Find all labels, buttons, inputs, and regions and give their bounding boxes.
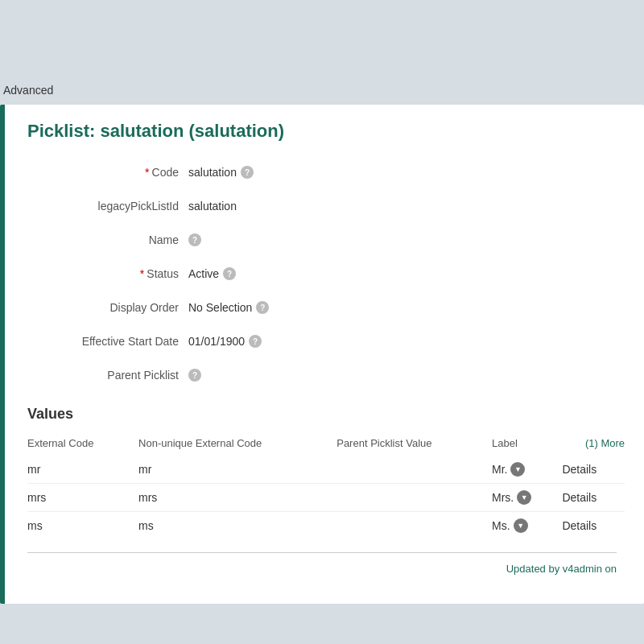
- cell-non-unique: mr: [138, 456, 336, 484]
- legacy-label: legacyPickListId: [27, 200, 188, 213]
- name-row: Name ?: [27, 229, 625, 251]
- footer-updated: Updated by v4admin on: [19, 563, 625, 575]
- cell-label: Mr. ▼: [492, 456, 562, 484]
- cell-parent-picklist-value: [336, 484, 492, 512]
- page-title: Picklist: salutation (salutation): [27, 121, 625, 142]
- parent-picklist-label: Parent Picklist: [27, 369, 188, 382]
- cell-details[interactable]: Details: [562, 512, 625, 540]
- values-title: Values: [27, 406, 625, 423]
- cell-details[interactable]: Details: [562, 484, 625, 512]
- effective-start-help-icon[interactable]: ?: [249, 335, 262, 348]
- top-bar: Advanced: [0, 0, 644, 105]
- details-link[interactable]: Details: [562, 519, 597, 532]
- label-text: Mrs.: [492, 491, 514, 504]
- table-row: ms ms Ms. ▼ Details: [27, 512, 625, 540]
- sort-icon[interactable]: ▼: [514, 518, 528, 533]
- table-row: mrs mrs Mrs. ▼ Details: [27, 484, 625, 512]
- col-non-unique: Non-unique External Code: [138, 434, 336, 456]
- col-label: Label: [492, 434, 562, 456]
- breadcrumb: Advanced: [3, 84, 53, 97]
- name-value: ?: [188, 233, 201, 246]
- effective-start-label: Effective Start Date: [27, 335, 188, 348]
- picklist-form: *Code salutation ? legacyPickListId salu…: [27, 161, 625, 386]
- parent-picklist-value: ?: [188, 369, 201, 382]
- col-parent-picklist-value: Parent Picklist Value: [336, 434, 492, 456]
- more-link[interactable]: (1) More: [562, 434, 625, 456]
- legacy-value: salutation: [188, 200, 237, 213]
- col-external-code: External Code: [27, 434, 138, 456]
- code-row: *Code salutation ?: [27, 161, 625, 184]
- values-section: Values External Code Non-unique External…: [27, 406, 625, 539]
- details-link[interactable]: Details: [562, 491, 597, 504]
- table-row: mr mr Mr. ▼ Details: [27, 456, 625, 484]
- details-link[interactable]: Details: [562, 463, 597, 476]
- cell-non-unique: mrs: [138, 484, 336, 512]
- code-help-icon[interactable]: ?: [241, 166, 254, 179]
- cell-parent-picklist-value: [336, 456, 492, 484]
- code-label: *Code: [27, 166, 188, 179]
- left-accent-bar: [0, 105, 5, 604]
- status-required: *: [140, 267, 144, 280]
- sort-icon[interactable]: ▼: [510, 462, 525, 477]
- table-header-row: External Code Non-unique External Code P…: [27, 434, 625, 456]
- display-order-value: No Selection ?: [188, 301, 269, 314]
- effective-start-value: 01/01/1900 ?: [188, 335, 262, 348]
- cell-external-code: mrs: [27, 484, 138, 512]
- effective-start-row: Effective Start Date 01/01/1900 ?: [27, 330, 625, 353]
- parent-picklist-help-icon[interactable]: ?: [188, 369, 201, 382]
- display-order-help-icon[interactable]: ?: [256, 301, 269, 314]
- main-panel: Picklist: salutation (salutation) *Code …: [0, 105, 644, 604]
- cell-label: Mrs. ▼: [492, 484, 562, 512]
- name-help-icon[interactable]: ?: [188, 233, 201, 246]
- cell-details[interactable]: Details: [562, 456, 625, 484]
- name-label: Name: [27, 233, 188, 246]
- status-label: *Status: [27, 267, 188, 280]
- cell-parent-picklist-value: [336, 512, 492, 540]
- code-value: salutation ?: [188, 166, 254, 179]
- label-text: Ms.: [492, 519, 510, 532]
- cell-external-code: ms: [27, 512, 138, 540]
- label-text: Mr.: [492, 463, 507, 476]
- divider: [27, 552, 617, 553]
- legacy-row: legacyPickListId salutation: [27, 195, 625, 217]
- code-required: *: [145, 166, 149, 179]
- display-order-row: Display Order No Selection ?: [27, 296, 625, 319]
- cell-non-unique: ms: [138, 512, 336, 540]
- cell-external-code: mr: [27, 456, 138, 484]
- status-help-icon[interactable]: ?: [223, 267, 236, 280]
- sort-icon[interactable]: ▼: [517, 490, 531, 505]
- values-table: External Code Non-unique External Code P…: [27, 434, 625, 539]
- cell-label: Ms. ▼: [492, 512, 562, 540]
- status-value: Active ?: [188, 267, 236, 280]
- parent-picklist-row: Parent Picklist ?: [27, 364, 625, 386]
- display-order-label: Display Order: [27, 301, 188, 314]
- status-row: *Status Active ?: [27, 262, 625, 285]
